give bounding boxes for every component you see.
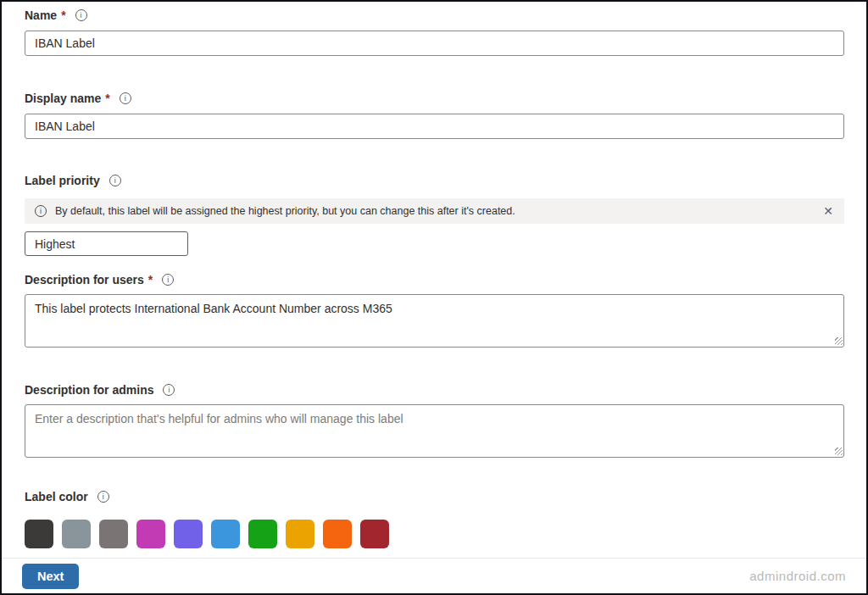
display-name-label: Display name xyxy=(25,92,101,105)
info-glyph: i xyxy=(103,493,104,501)
banner-info-icon: i xyxy=(35,205,47,217)
description-admins-label-row: Description for admins i xyxy=(25,383,844,397)
label-priority-label-row: Label priority i xyxy=(25,174,844,187)
footer-bar: Next admindroid.com xyxy=(2,558,866,593)
display-name-field: Display name * i xyxy=(25,92,844,139)
color-swatches xyxy=(25,520,844,548)
info-glyph: i xyxy=(168,386,170,394)
info-icon[interactable]: i xyxy=(109,175,121,186)
color-swatch-green[interactable] xyxy=(248,520,277,548)
color-swatch-amber[interactable] xyxy=(286,520,314,548)
sensitivity-label-form-page: Name * i Display name * i Label priority… xyxy=(0,0,868,595)
color-swatch-charcoal[interactable] xyxy=(25,520,53,548)
display-name-input[interactable] xyxy=(25,114,844,139)
color-swatch-gray[interactable] xyxy=(99,520,128,548)
description-admins-textarea-wrap xyxy=(25,404,844,458)
info-glyph: i xyxy=(114,177,116,185)
info-icon[interactable]: i xyxy=(120,92,131,104)
color-swatch-purple[interactable] xyxy=(174,520,203,548)
description-users-textarea-wrap: This label protects International Bank A… xyxy=(25,294,844,348)
info-glyph: i xyxy=(40,208,42,215)
color-swatch-magenta[interactable] xyxy=(136,520,165,548)
info-icon[interactable]: i xyxy=(75,9,87,21)
priority-info-banner: i By default, this label will be assigne… xyxy=(25,198,844,224)
color-swatch-dark-red[interactable] xyxy=(360,520,389,548)
banner-message: By default, this label will be assigned … xyxy=(55,205,823,217)
description-users-label-row: Description for users * i xyxy=(25,273,844,286)
info-icon[interactable]: i xyxy=(97,491,109,503)
label-color-label: Label color xyxy=(25,490,88,503)
display-name-label-row: Display name * i xyxy=(25,92,844,105)
name-input[interactable] xyxy=(25,31,844,56)
label-color-label-row: Label color i xyxy=(25,490,844,503)
label-color-field: Label color i xyxy=(25,490,844,548)
description-users-label: Description for users xyxy=(25,273,144,286)
watermark-text: admindroid.com xyxy=(749,569,846,583)
color-swatch-silver[interactable] xyxy=(62,520,91,548)
name-label-row: Name * i xyxy=(25,8,844,22)
description-admins-textarea[interactable] xyxy=(25,404,844,458)
description-for-users-field: Description for users * i This label pro… xyxy=(25,273,844,348)
description-for-admins-field: Description for admins i xyxy=(25,383,844,458)
required-asterisk: * xyxy=(61,8,65,22)
label-priority-label: Label priority xyxy=(25,174,100,187)
label-priority-field: Label priority i i By default, this labe… xyxy=(25,174,844,256)
resize-handle-icon[interactable] xyxy=(835,448,843,455)
required-asterisk: * xyxy=(148,273,153,286)
info-glyph: i xyxy=(167,276,169,284)
next-button[interactable]: Next xyxy=(22,564,79,589)
name-field: Name * i xyxy=(25,8,844,56)
info-glyph: i xyxy=(125,95,126,103)
info-icon[interactable]: i xyxy=(163,384,175,396)
info-icon[interactable]: i xyxy=(162,274,174,286)
color-swatch-orange[interactable] xyxy=(323,520,352,548)
banner-close-icon[interactable]: ✕ xyxy=(823,205,833,217)
name-label: Name xyxy=(25,8,57,22)
required-asterisk: * xyxy=(105,92,109,105)
form-content: Name * i Display name * i Label priority… xyxy=(2,2,866,558)
info-glyph: i xyxy=(81,12,82,19)
label-priority-input[interactable] xyxy=(25,231,188,256)
color-swatch-blue[interactable] xyxy=(211,520,240,548)
description-admins-label: Description for admins xyxy=(25,383,153,397)
description-users-textarea[interactable]: This label protects International Bank A… xyxy=(25,294,844,348)
resize-handle-icon[interactable] xyxy=(835,337,843,345)
